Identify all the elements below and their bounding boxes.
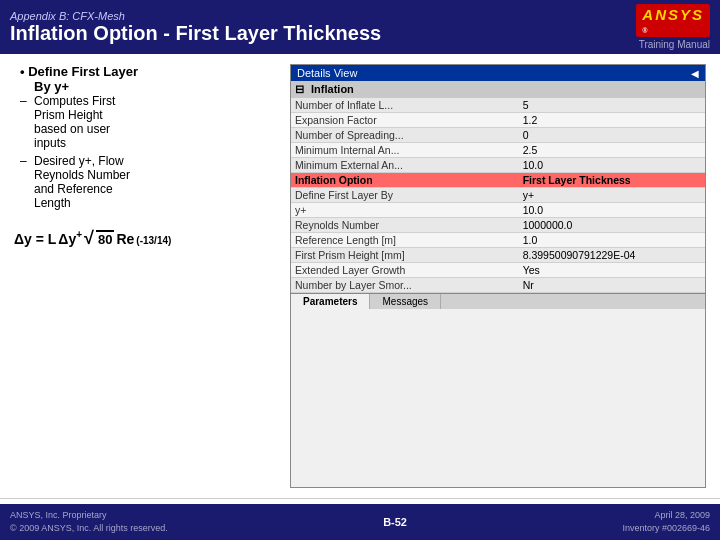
header-right: ANSYS ® Training Manual — [636, 4, 710, 50]
table-row: First Prism Height [mm] 8.39950090791229… — [291, 248, 705, 263]
table-row: Reference Length [m] 1.0 — [291, 233, 705, 248]
row-value: y+ — [519, 188, 705, 203]
header-left: Appendix B: CFX-Mesh Inflation Option - … — [10, 10, 381, 45]
row-label: Reynolds Number — [291, 218, 519, 233]
training-manual-label: Training Manual — [639, 39, 710, 50]
tab-row: Parameters Messages — [291, 293, 705, 309]
define-first-layer-label: Define First Layer — [28, 64, 138, 79]
sub-item-2-text: Desired y+, Flow Reynolds Number and Ref… — [34, 154, 130, 210]
row-label: Number of Spreading... — [291, 128, 519, 143]
row-label: Number by Layer Smor... — [291, 278, 519, 293]
tab-messages[interactable]: Messages — [370, 294, 441, 309]
ansys-text: ANSYS — [642, 6, 704, 23]
table-row: Extended Layer Growth Yes — [291, 263, 705, 278]
section-row: ⊟ Inflation — [291, 81, 705, 98]
exponent-label: (-13/14) — [136, 235, 171, 246]
formula-inline: Δy = L Δy+ √ 80 Re (-13/14) — [14, 228, 171, 249]
details-view-label: Details View — [297, 67, 357, 79]
table-row: Minimum External An... 10.0 — [291, 158, 705, 173]
left-panel: • Define First Layer By y+ Computes Firs… — [14, 64, 274, 488]
row-label: Minimum External An... — [291, 158, 519, 173]
sub-item-1-text: Computes First Prism Height based on use… — [34, 94, 115, 150]
page-header: Appendix B: CFX-Mesh Inflation Option - … — [0, 0, 720, 54]
row-value: Yes — [519, 263, 705, 278]
row-value: 1.0 — [519, 233, 705, 248]
row-value: 2.5 — [519, 143, 705, 158]
table-row: Define First Layer By y+ — [291, 188, 705, 203]
table-row: Number of Inflate L... 5 — [291, 98, 705, 113]
row-label: Inflation Option — [291, 173, 519, 188]
copyright-label: © 2009 ANSYS, Inc. All rights reserved. — [10, 522, 168, 536]
table-row: y+ 10.0 — [291, 203, 705, 218]
footer-right: April 28, 2009 Inventory #002669-46 — [622, 509, 710, 536]
sqrt-content: 80 — [96, 230, 114, 247]
company-label: ANSYS, Inc. Proprietary — [10, 509, 168, 523]
delta-y-plus: Δy+ — [58, 229, 82, 247]
details-table: ⊟ Inflation Number of Inflate L... 5 Exp… — [291, 81, 705, 293]
formula-block: Δy = L Δy+ √ 80 Re (-13/14) — [14, 228, 274, 249]
table-row: Expansion Factor 1.2 — [291, 113, 705, 128]
delta-y-label: Δy = L — [14, 231, 56, 247]
details-header: Details View ◀ — [291, 65, 705, 81]
sqrt-symbol: √ — [84, 228, 94, 249]
table-row: Number of Spreading... 0 — [291, 128, 705, 143]
table-row: Reynolds Number 1000000.0 — [291, 218, 705, 233]
row-value: 1000000.0 — [519, 218, 705, 233]
row-value: First Layer Thickness — [519, 173, 705, 188]
row-label: Minimum Internal An... — [291, 143, 519, 158]
table-row: Number by Layer Smor... Nr — [291, 278, 705, 293]
inventory-label: Inventory #002669-46 — [622, 522, 710, 536]
appendix-label: Appendix B: CFX-Mesh — [10, 10, 381, 22]
re-label: Re — [116, 231, 134, 247]
main-content: • Define First Layer By y+ Computes Firs… — [0, 54, 720, 498]
bullet-marker: • — [20, 64, 28, 79]
row-label: y+ — [291, 203, 519, 218]
pin-icon[interactable]: ◀ — [691, 68, 699, 79]
by-y-label: By y+ — [20, 79, 69, 94]
page-number: B-52 — [383, 516, 407, 528]
sub-item-2: Desired y+, Flow Reynolds Number and Ref… — [20, 154, 274, 210]
row-value: 5 — [519, 98, 705, 113]
row-value: 1.2 — [519, 113, 705, 128]
row-value: 0 — [519, 128, 705, 143]
row-value: 8.39950090791229E-04 — [519, 248, 705, 263]
minus-icon: ⊟ — [295, 83, 304, 95]
row-label: Reference Length [m] — [291, 233, 519, 248]
row-label: Define First Layer By — [291, 188, 519, 203]
row-value: Nr — [519, 278, 705, 293]
row-label: Extended Layer Growth — [291, 263, 519, 278]
date-label: April 28, 2009 — [622, 509, 710, 523]
highlighted-row: Inflation Option First Layer Thickness — [291, 173, 705, 188]
row-label: Expansion Factor — [291, 113, 519, 128]
row-value: 10.0 — [519, 158, 705, 173]
footer-left: ANSYS, Inc. Proprietary © 2009 ANSYS, In… — [10, 509, 168, 536]
sub-item-1: Computes First Prism Height based on use… — [20, 94, 274, 150]
row-label: Number of Inflate L... — [291, 98, 519, 113]
page-footer: ANSYS, Inc. Proprietary © 2009 ANSYS, In… — [0, 504, 720, 540]
bullet-section: • Define First Layer By y+ Computes Firs… — [14, 64, 274, 210]
row-value: 10.0 — [519, 203, 705, 218]
ansys-logo-icon: ANSYS ® — [636, 4, 710, 37]
tab-parameters[interactable]: Parameters — [291, 294, 370, 309]
details-panel: Details View ◀ ⊟ Inflation Number of Inf… — [290, 64, 706, 488]
page-title: Inflation Option - First Layer Thickness — [10, 22, 381, 45]
row-label: First Prism Height [mm] — [291, 248, 519, 263]
section-label: Inflation — [311, 83, 354, 95]
table-row: Minimum Internal An... 2.5 — [291, 143, 705, 158]
